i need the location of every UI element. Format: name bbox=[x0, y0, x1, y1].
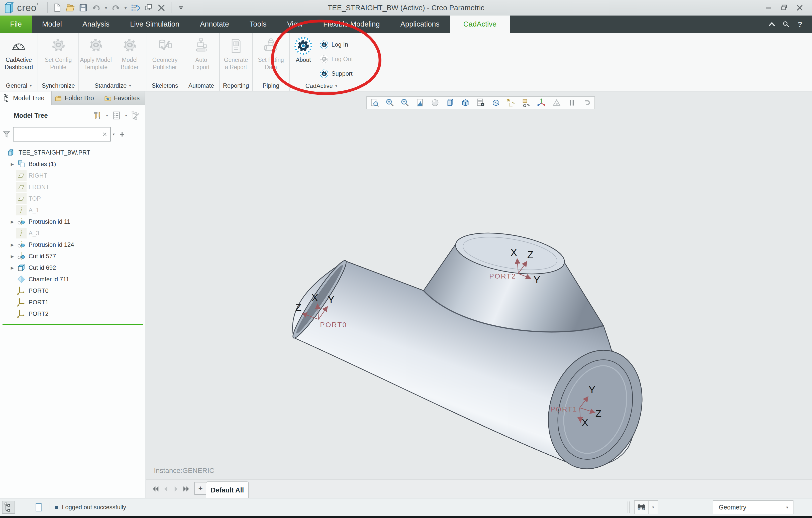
section-button[interactable] bbox=[490, 97, 502, 108]
page-button[interactable] bbox=[32, 501, 45, 514]
tree-item-a-1[interactable]: A_1 bbox=[0, 204, 145, 216]
group-dropdown-icon[interactable]: ▾ bbox=[335, 84, 337, 88]
graphics-viewport[interactable]: XYZPORT0XYZPORT1XYZPORT2 X/ Instance:GEN… bbox=[146, 91, 812, 480]
group-dropdown-icon[interactable]: ▾ bbox=[129, 83, 131, 88]
search-button[interactable] bbox=[779, 17, 793, 31]
view-manager-button[interactable] bbox=[475, 97, 487, 108]
repaint-button[interactable] bbox=[414, 97, 426, 108]
tab-applications[interactable]: Applications bbox=[390, 16, 450, 33]
group-dropdown-icon[interactable]: ▾ bbox=[30, 83, 32, 88]
tree-item-tee-straight-bw-prt[interactable]: TEE_STRAIGHT_BW.PRT bbox=[0, 147, 145, 158]
about-button[interactable]: About bbox=[290, 37, 317, 64]
geometry-publisher-button[interactable]: Geometry Publisher bbox=[147, 37, 182, 71]
tree-item-cut-id-692[interactable]: ▶Cut id 692 bbox=[0, 262, 145, 274]
tree-item-port2[interactable]: PORT2 bbox=[0, 308, 145, 319]
annotation-display-button[interactable] bbox=[520, 97, 532, 108]
tree-settings-button[interactable] bbox=[92, 110, 103, 121]
saved-orientations-button[interactable] bbox=[459, 97, 471, 108]
tree-item-chamfer-id-711[interactable]: Chamfer id 711 bbox=[0, 274, 145, 285]
set-config-profile-button[interactable]: Set Config Profile bbox=[41, 37, 76, 71]
set-fitting-data-button[interactable]: Set Fitting Data bbox=[253, 37, 288, 71]
web-browser-button[interactable] bbox=[17, 501, 30, 514]
apply-model-template-button[interactable]: Apply Model Template bbox=[79, 37, 113, 71]
tree-item-top[interactable]: TOP bbox=[0, 193, 145, 204]
minimize-button[interactable] bbox=[761, 1, 776, 14]
frame-tab-default-all[interactable]: Default All bbox=[206, 481, 249, 498]
tree-filter-input[interactable] bbox=[13, 127, 111, 142]
tee-fitting-model[interactable] bbox=[288, 226, 657, 480]
expand-arrow-icon[interactable]: ▶ bbox=[8, 242, 16, 247]
tab-file[interactable]: File bbox=[0, 16, 32, 33]
go-first-button[interactable] bbox=[151, 483, 161, 494]
go-next-button[interactable] bbox=[171, 483, 181, 494]
model-tree-toggle-button[interactable] bbox=[2, 501, 15, 514]
navigator-tab-model-tree[interactable]: Model Tree bbox=[0, 91, 52, 105]
group-label-cadactive[interactable]: CadActive▾ bbox=[290, 81, 353, 91]
go-previous-button[interactable] bbox=[161, 483, 171, 494]
tab-annotate[interactable]: Annotate bbox=[190, 16, 239, 33]
zoom-in-button[interactable] bbox=[384, 97, 396, 108]
expand-arrow-icon[interactable]: ▶ bbox=[8, 162, 16, 166]
tree-item-a-3[interactable]: A_3 bbox=[0, 227, 145, 239]
filter-funnel-icon[interactable] bbox=[0, 130, 13, 139]
tab-view[interactable]: View bbox=[277, 16, 313, 33]
group-label-skeletons[interactable]: Skeletons bbox=[147, 81, 183, 91]
zoom-out-button[interactable] bbox=[399, 97, 411, 108]
group-label-synchronize[interactable]: Synchronize bbox=[38, 81, 79, 91]
group-label-piping[interactable]: Piping bbox=[253, 81, 289, 91]
add-frame-button[interactable]: + bbox=[195, 482, 206, 495]
tree-columns-button[interactable] bbox=[111, 110, 122, 121]
spin-center-button[interactable] bbox=[535, 97, 547, 108]
pause-button[interactable] bbox=[566, 97, 578, 108]
tab-analysis[interactable]: Analysis bbox=[72, 16, 120, 33]
log-in-button[interactable]: Log In bbox=[320, 37, 353, 52]
restore-button[interactable] bbox=[776, 1, 792, 14]
filter-add-icon[interactable] bbox=[118, 130, 126, 138]
tree-settings-dropdown-icon[interactable]: ▾ bbox=[103, 114, 111, 118]
selection-filter-dropdown-icon[interactable]: ▾ bbox=[781, 505, 793, 510]
selection-filter-select[interactable]: Geometry ▾ bbox=[713, 500, 793, 514]
datum-display-button[interactable]: X/ bbox=[505, 97, 517, 108]
tree-item-protrusion-id-11[interactable]: ▶Protrusion id 11 bbox=[0, 216, 145, 227]
group-label-standardize[interactable]: Standardize▾ bbox=[79, 81, 147, 91]
expand-arrow-icon[interactable]: ▶ bbox=[8, 254, 16, 259]
tree-item-port1[interactable]: PORT1 bbox=[0, 297, 145, 308]
find-tool[interactable]: ▾ bbox=[634, 500, 658, 514]
sketch-display-button[interactable] bbox=[551, 97, 563, 108]
log-out-button[interactable]: Log Out bbox=[320, 52, 353, 66]
tree-columns-dropdown-icon[interactable]: ▾ bbox=[122, 114, 130, 118]
tree-item-protrusion-id-124[interactable]: ▶Protrusion id 124 bbox=[0, 239, 145, 250]
group-label-general[interactable]: General▾ bbox=[0, 81, 37, 91]
close-button[interactable] bbox=[792, 1, 808, 14]
tab-cadactive[interactable]: CadActive bbox=[450, 16, 510, 33]
auto-export-button[interactable]: Auto Export bbox=[184, 37, 219, 71]
help-button[interactable]: ? bbox=[793, 17, 807, 31]
shading-button[interactable] bbox=[429, 97, 441, 108]
refit-button[interactable] bbox=[369, 97, 380, 108]
group-label-automate[interactable]: Automate bbox=[183, 81, 219, 91]
display-style-button[interactable] bbox=[444, 97, 456, 108]
model-builder-button[interactable]: Model Builder bbox=[113, 37, 147, 71]
generate-a-report-button[interactable]: Generate a Report bbox=[220, 37, 252, 71]
tab-tools[interactable]: Tools bbox=[239, 16, 277, 33]
navigator-tab-favorites[interactable]: Favorites bbox=[101, 91, 145, 105]
support-button[interactable]: Support bbox=[320, 66, 353, 81]
filter-clear-icon[interactable] bbox=[100, 131, 110, 138]
stop-button[interactable] bbox=[581, 97, 593, 108]
tree-insert-indicator[interactable] bbox=[2, 324, 143, 325]
tree-item-cut-id-577[interactable]: ▶Cut id 577 bbox=[0, 250, 145, 262]
tree-visibility-button[interactable] bbox=[130, 110, 141, 121]
navigator-tab-folder-bro[interactable]: Folder Bro bbox=[52, 91, 101, 105]
expand-arrow-icon[interactable]: ▶ bbox=[8, 219, 16, 224]
tree-item-right[interactable]: RIGHT bbox=[0, 170, 145, 181]
filter-dropdown-icon[interactable]: ▾ bbox=[113, 132, 115, 136]
group-label-reporting[interactable]: Reporting bbox=[220, 81, 252, 91]
tree-item-front[interactable]: FRONT bbox=[0, 181, 145, 193]
collapse-ribbon-button[interactable] bbox=[765, 17, 779, 31]
expand-arrow-icon[interactable]: ▶ bbox=[8, 266, 16, 270]
find-dropdown-icon[interactable]: ▾ bbox=[648, 501, 658, 514]
tab-flexible-modeling[interactable]: Flexible Modeling bbox=[313, 16, 390, 33]
tab-model[interactable]: Model bbox=[32, 16, 72, 33]
go-last-button[interactable] bbox=[181, 483, 191, 494]
tree-item-bodies-1[interactable]: ▶Bodies (1) bbox=[0, 158, 145, 170]
